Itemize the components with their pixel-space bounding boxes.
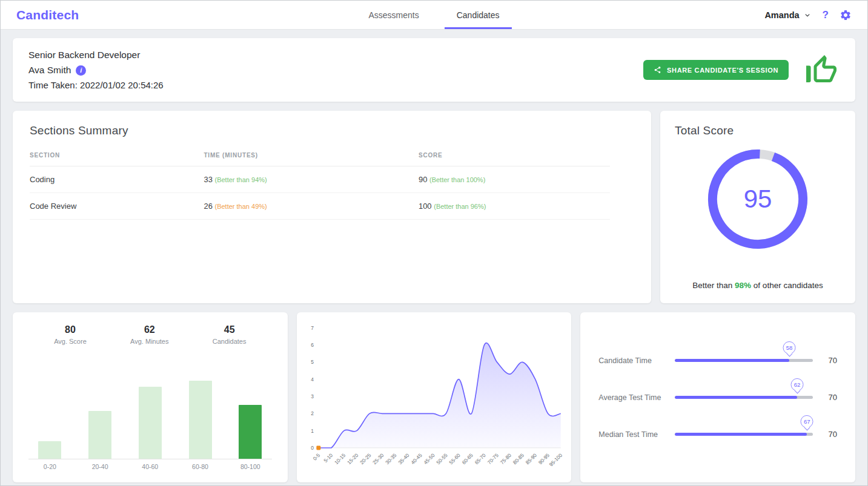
x-tick-label: 75-80	[499, 452, 512, 465]
time-row-average-test-time: Average Test Time6270	[598, 393, 837, 402]
stat-value: 80	[54, 324, 87, 335]
header-actions: SHARE CANDIDATE'S SESSION	[643, 52, 840, 88]
y-tick-label: 7	[311, 325, 314, 331]
stat-label: Avg. Minutes	[130, 338, 168, 345]
col-section: SECTION	[30, 146, 204, 166]
bar-category-label: 20-40	[92, 459, 108, 474]
time-row-label: Average Test Time	[598, 393, 666, 402]
x-tick-label: 85-90	[524, 452, 538, 465]
score-percentile-note: (Better than 100%)	[429, 176, 485, 183]
time-row-median-test-time: Median Test Time6770	[598, 430, 837, 439]
first-point-marker	[316, 446, 320, 450]
x-tick-label: 40-45	[409, 452, 423, 465]
tab-candidates[interactable]: Candidates	[453, 1, 503, 29]
col-time: TIME (MINUTES)	[204, 146, 418, 166]
score-distribution-chart: 0-2020-4040-6060-8080-100	[20, 353, 280, 474]
total-score-donut: 95	[706, 147, 810, 251]
navbar-right: Amanda ?	[764, 9, 852, 21]
section-row-code-review: Code Review26 (Better than 49%)100 (Bett…	[30, 193, 610, 220]
area-fill	[319, 343, 561, 448]
navbar: Canditech Assessments Candidates Amanda …	[1, 1, 867, 30]
time-max-label: 70	[821, 356, 837, 365]
slider-fill	[675, 359, 789, 362]
x-tick-label: 95-100	[548, 452, 563, 468]
time-row-label: Median Test Time	[598, 430, 666, 439]
assessment-title: Senior Backend Developer	[28, 50, 164, 61]
bottom-row: 80Avg. Score62Avg. Minutes45Candidates 0…	[13, 312, 855, 482]
sections-summary-card: Sections Summary SECTION TIME (MINUTES) …	[13, 111, 651, 303]
time-track: 58	[675, 359, 813, 362]
brand-logo[interactable]: Canditech	[16, 8, 79, 22]
bar-column-0-20: 0-20	[35, 441, 65, 474]
x-tick-label: 55-60	[448, 452, 462, 465]
user-name: Amanda	[764, 10, 799, 20]
share-session-button[interactable]: SHARE CANDIDATE'S SESSION	[643, 60, 789, 80]
tab-assessments[interactable]: Assessments	[365, 1, 422, 29]
time-row-candidate-time: Candidate Time5870	[598, 356, 837, 365]
table-header-row: SECTION TIME (MINUTES) SCORE	[30, 146, 610, 166]
slider-track	[675, 396, 813, 399]
y-tick-label: 0	[311, 445, 314, 451]
y-tick-label: 2	[311, 410, 314, 416]
bar	[38, 441, 61, 459]
x-tick-label: 10-15	[333, 452, 347, 465]
section-score: 100 (Better than 96%)	[419, 193, 610, 220]
x-tick-label: 5-10	[322, 452, 334, 464]
caption-prefix: Better than	[692, 281, 735, 290]
x-tick-label: 50-55	[435, 452, 449, 465]
slider-track	[675, 359, 813, 362]
time-track: 62	[675, 396, 813, 399]
bar	[239, 405, 262, 459]
help-icon[interactable]: ?	[823, 9, 829, 21]
time-track: 67	[675, 433, 813, 436]
x-tick-label: 70-75	[486, 452, 500, 465]
bar	[139, 387, 162, 459]
score-distribution-card: 80Avg. Score62Avg. Minutes45Candidates 0…	[13, 312, 288, 482]
time-value-bubble: 62	[791, 378, 804, 391]
y-tick-label: 5	[311, 359, 314, 365]
main-content: Senior Backend Developer Ava Smith i Tim…	[1, 30, 867, 486]
x-tick-label: 15-20	[346, 452, 360, 465]
total-score-value: 95	[706, 147, 810, 251]
y-tick-label: 3	[311, 393, 314, 399]
info-icon[interactable]: i	[76, 65, 86, 76]
slider-fill	[675, 433, 807, 436]
y-tick-label: 1	[311, 428, 314, 434]
time-value: 62	[794, 381, 801, 388]
x-tick-label: 20-25	[359, 452, 373, 465]
x-tick-label: 80-85	[511, 452, 525, 465]
time-comparison-card: Candidate Time5870Average Test Time6270M…	[580, 312, 855, 482]
x-tick-label: 45-50	[422, 452, 436, 465]
share-icon	[654, 66, 661, 74]
slider-track	[675, 433, 813, 436]
x-tick-label: 35-40	[397, 452, 411, 465]
section-time: 33 (Better than 94%)	[204, 166, 418, 193]
section-name: Code Review	[30, 193, 204, 220]
time-taken: Time Taken: 2022/01/02 20:54:26	[28, 80, 164, 90]
stat-avg-minutes: 62Avg. Minutes	[130, 324, 168, 345]
gear-icon[interactable]	[840, 9, 852, 21]
x-tick-label: 30-35	[384, 452, 398, 465]
stat-avg-score: 80Avg. Score	[54, 324, 87, 345]
user-menu[interactable]: Amanda	[764, 10, 811, 20]
middle-row: Sections Summary SECTION TIME (MINUTES) …	[13, 111, 855, 303]
sections-summary-title: Sections Summary	[30, 124, 634, 137]
bar-category-label: 60-80	[192, 459, 208, 474]
bar-category-label: 80-100	[240, 459, 260, 474]
stat-value: 62	[130, 324, 168, 335]
bar	[88, 411, 111, 459]
bar-chart-baseline	[28, 459, 272, 459]
stat-candidates: 45Candidates	[213, 324, 247, 345]
bar-category-label: 40-60	[142, 459, 158, 474]
time-value-bubble: 58	[783, 341, 796, 354]
score-percentile-note: (Better than 96%)	[434, 203, 486, 210]
bar-column-20-40: 20-40	[85, 411, 115, 474]
caption-suffix: of other candidates	[751, 281, 823, 290]
y-tick-label: 6	[311, 342, 314, 348]
time-distribution-chart: 012345670-55-1010-1515-2020-2525-3030-35…	[302, 318, 567, 479]
y-tick-label: 4	[311, 376, 314, 383]
x-tick-label: 60-65	[460, 452, 474, 465]
total-score-card: Total Score 95 Better than 98% of other …	[660, 111, 855, 303]
time-max-label: 70	[821, 430, 837, 439]
candidate-header-card: Senior Backend Developer Ava Smith i Tim…	[13, 38, 855, 102]
